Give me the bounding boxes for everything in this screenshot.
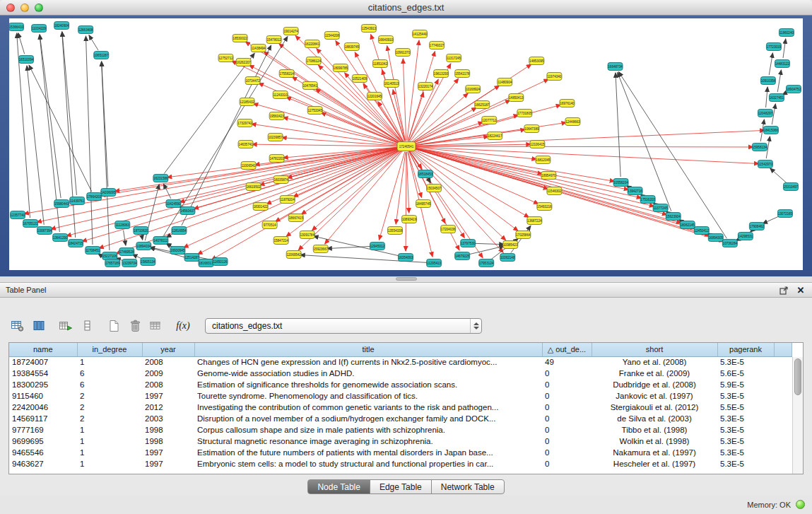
column-header-in_degree[interactable]: in_degree bbox=[77, 343, 142, 356]
graph-node[interactable]: 15980443 bbox=[54, 200, 69, 208]
cell-name[interactable]: 19384554 bbox=[9, 368, 77, 379]
panel-splitter[interactable] bbox=[0, 276, 812, 282]
graph-node[interactable]: 12077712 bbox=[482, 117, 497, 124]
new-column-icon[interactable] bbox=[57, 317, 75, 335]
cell-year[interactable]: 1998 bbox=[142, 424, 194, 436]
graph-node[interactable]: 17516203 bbox=[640, 196, 655, 204]
graph-node[interactable]: 10736284 bbox=[722, 240, 737, 247]
cell-year[interactable]: 1997 bbox=[142, 390, 194, 402]
graph-node[interactable]: 11708451 bbox=[86, 247, 100, 255]
graph-node[interactable]: 13554338 bbox=[387, 227, 402, 235]
graph-node[interactable]: 17469528 bbox=[119, 248, 134, 256]
graph-node[interactable]: 10424590 bbox=[166, 200, 181, 208]
graph-node[interactable]: 15310497 bbox=[783, 183, 798, 191]
cell-in_degree[interactable]: 6 bbox=[77, 368, 142, 379]
cell-year[interactable]: 1998 bbox=[142, 436, 194, 447]
graph-node[interactable]: 17723019 bbox=[766, 43, 781, 51]
graph-node[interactable]: 18424715 bbox=[69, 240, 83, 247]
column-header-out_degree[interactable]: △ out_de... bbox=[542, 343, 592, 356]
cell-year[interactable]: 2008 bbox=[142, 356, 194, 368]
graph-node[interactable]: 11243310 bbox=[273, 91, 288, 99]
graph-node[interactable]: 18530022 bbox=[233, 35, 247, 42]
cell-pagerank[interactable]: 5.3E-5 bbox=[717, 424, 774, 436]
graph-node[interactable]: 18518453 bbox=[418, 170, 433, 178]
graph-node[interactable]: 16327451 bbox=[769, 94, 784, 102]
graph-node[interactable]: 16812045 bbox=[536, 156, 551, 164]
cell-title[interactable]: Changes of HCN gene expression and I(f) … bbox=[194, 356, 542, 368]
graph-node[interactable]: 16640910 bbox=[378, 36, 393, 44]
graph-node[interactable]: 14206095 bbox=[101, 189, 116, 197]
graph-node[interactable]: 12069542 bbox=[286, 251, 301, 259]
graph-node[interactable]: 12201645 bbox=[367, 93, 382, 100]
graph-node[interactable]: 10239857 bbox=[268, 134, 283, 141]
graph-node[interactable]: 16930945 bbox=[170, 247, 185, 255]
cell-short[interactable]: Stergiakouli et al. (2012) bbox=[592, 402, 717, 413]
graph-node[interactable]: 10476541 bbox=[302, 82, 317, 90]
graph-node[interactable]: 17558214 bbox=[279, 70, 294, 78]
graph-node[interactable]: 15227106 bbox=[102, 252, 117, 260]
cell-short[interactable]: de Silva et al. (2003) bbox=[592, 413, 717, 424]
graph-node[interactable]: 11006541 bbox=[241, 162, 256, 170]
graph-node[interactable]: 12543913 bbox=[361, 25, 376, 33]
graph-node[interactable]: 14782203 bbox=[269, 155, 284, 163]
graph-node[interactable]: 11034229 bbox=[32, 25, 47, 33]
cell-name[interactable]: 9463627 bbox=[9, 458, 77, 469]
graph-node[interactable]: 18954970 bbox=[541, 172, 556, 180]
graph-node[interactable]: 13239704 bbox=[122, 259, 137, 267]
graph-node[interactable]: 17657189 bbox=[105, 259, 120, 267]
graph-node[interactable]: 15493216 bbox=[537, 203, 552, 211]
graph-node[interactable]: 10558204 bbox=[613, 179, 628, 187]
graph-node[interactable]: 15958134 bbox=[752, 144, 767, 151]
cell-title[interactable]: Estimation of significance thresholds fo… bbox=[194, 379, 542, 390]
cell-name[interactable]: 9115460 bbox=[9, 390, 77, 402]
graph-node[interactable]: 12106415 bbox=[530, 141, 545, 148]
graph-node[interactable]: 12048297 bbox=[758, 110, 772, 117]
column-header-name[interactable]: name bbox=[9, 343, 77, 356]
graph-node[interactable]: 18099785 bbox=[333, 64, 348, 72]
cell-pagerank[interactable]: 5.6E-5 bbox=[717, 368, 774, 379]
graph-node[interactable]: 12514287 bbox=[184, 254, 199, 262]
graph-node[interactable]: 17864203 bbox=[87, 193, 102, 201]
table-settings-icon[interactable] bbox=[8, 317, 27, 335]
cell-pagerank[interactable]: 5.3E-5 bbox=[717, 390, 774, 402]
import-table-icon[interactable] bbox=[147, 317, 165, 335]
graph-node[interactable]: 12816954 bbox=[172, 227, 187, 235]
graph-node[interactable]: 18062145 bbox=[680, 221, 695, 229]
graph-node[interactable]: 13942716 bbox=[628, 187, 642, 195]
graph-node[interactable]: 12450412 bbox=[694, 227, 709, 235]
cell-in_degree[interactable]: 1 bbox=[77, 356, 142, 368]
graph-node[interactable]: 17749327 bbox=[430, 42, 445, 49]
graph-node[interactable]: 16035874 bbox=[273, 176, 288, 184]
cell-pagerank[interactable]: 5.9E-5 bbox=[717, 379, 774, 390]
graph-node[interactable]: 18240904 bbox=[54, 22, 69, 30]
graph-node[interactable]: 14853095 bbox=[529, 57, 544, 65]
cell-year[interactable]: 1997 bbox=[142, 447, 194, 458]
cell-out_degree[interactable]: 0 bbox=[542, 413, 592, 424]
graph-node[interactable]: 11851042 bbox=[372, 60, 387, 68]
graph-node[interactable]: 12752712 bbox=[218, 54, 233, 62]
graph-node[interactable]: 15623904 bbox=[666, 213, 681, 221]
graph-node[interactable]: 13641290 bbox=[53, 234, 68, 242]
graph-node[interactable]: 16140513 bbox=[384, 80, 399, 88]
graph-node[interactable]: 17204036 bbox=[441, 226, 456, 233]
cell-year[interactable]: 2012 bbox=[142, 402, 194, 413]
show-columns-icon[interactable] bbox=[30, 317, 48, 335]
graph-node[interactable]: 11377245 bbox=[653, 204, 668, 212]
graph-node[interactable]: 17240541 bbox=[397, 142, 416, 151]
cell-title[interactable]: Disruption of a novel member of a sodium… bbox=[194, 413, 542, 424]
table-row[interactable]: 1456911722003Disruption of a novel membe… bbox=[9, 413, 792, 424]
cell-title[interactable]: Tourette syndrome. Phenomenology and cla… bbox=[194, 390, 542, 402]
cell-pagerank[interactable]: 5.3E-5 bbox=[717, 436, 774, 447]
cell-out_degree[interactable]: 0 bbox=[542, 447, 592, 458]
graph-node[interactable]: 18667415 bbox=[288, 214, 303, 222]
table-row[interactable]: 2242004622012Investigating the contribut… bbox=[9, 402, 792, 413]
graph-node[interactable]: 11317245 bbox=[447, 54, 461, 62]
cell-name[interactable]: 18724007 bbox=[9, 356, 77, 368]
table-scrollbar[interactable] bbox=[792, 357, 803, 474]
cell-out_degree[interactable]: 0 bbox=[542, 379, 592, 390]
table-row[interactable]: 1830029562008Estimation of significance … bbox=[9, 379, 792, 390]
table-selector[interactable]: citations_edges.txt bbox=[205, 318, 482, 334]
graph-node[interactable]: 16262207 bbox=[236, 59, 251, 66]
cell-in_degree[interactable]: 1 bbox=[77, 458, 142, 469]
graph-node[interactable]: 10961370 bbox=[395, 49, 410, 57]
